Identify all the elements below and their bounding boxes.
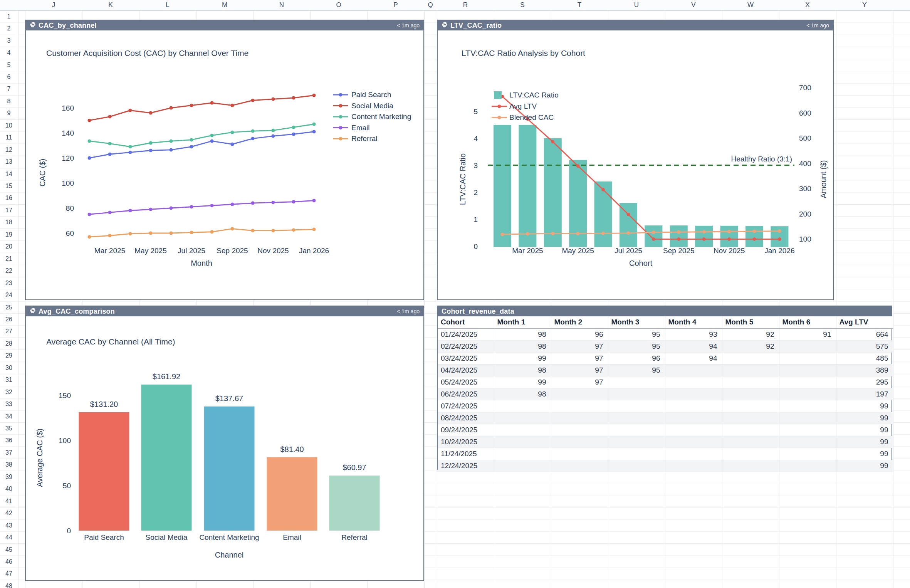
value-cell[interactable] — [779, 365, 836, 376]
row-header-8[interactable]: 8 — [1, 98, 17, 105]
value-cell[interactable]: 485 — [836, 353, 893, 365]
column-header-U[interactable]: U — [634, 1, 639, 9]
row-header-46[interactable]: 46 — [1, 558, 17, 565]
column-header-Y[interactable]: Y — [862, 1, 866, 9]
column-header-S[interactable]: S — [520, 1, 524, 9]
value-cell[interactable] — [665, 448, 722, 460]
value-cell[interactable]: 92 — [722, 341, 779, 353]
row-header-25[interactable]: 25 — [1, 304, 17, 311]
value-cell[interactable] — [551, 400, 608, 412]
table-row[interactable]: 10/24/202599 — [438, 436, 893, 448]
value-cell[interactable]: 95 — [608, 341, 665, 353]
row-header-26[interactable]: 26 — [1, 316, 17, 323]
table-row[interactable]: 05/24/20259997295 — [438, 376, 893, 388]
value-cell[interactable] — [779, 448, 836, 460]
value-cell[interactable] — [494, 436, 551, 448]
value-cell[interactable] — [665, 400, 722, 412]
value-cell[interactable]: 197 — [836, 388, 893, 400]
row-header-48[interactable]: 48 — [1, 583, 17, 588]
value-cell[interactable] — [551, 412, 608, 424]
value-cell[interactable] — [665, 460, 722, 472]
value-cell[interactable] — [551, 388, 608, 400]
value-cell[interactable] — [779, 388, 836, 400]
value-cell[interactable] — [665, 376, 722, 388]
row-header-33[interactable]: 33 — [1, 401, 17, 408]
panel-header-ltv-cac-ratio[interactable]: LTV_CAC_ratio < 1m ago — [438, 20, 833, 30]
row-header-34[interactable]: 34 — [1, 413, 17, 420]
table-row[interactable]: 01/24/2025989695939291664 — [438, 328, 893, 341]
value-cell[interactable] — [779, 400, 836, 412]
value-cell[interactable] — [722, 353, 779, 365]
value-cell[interactable] — [494, 424, 551, 436]
row-header-36[interactable]: 36 — [1, 437, 17, 444]
value-cell[interactable] — [722, 376, 779, 388]
value-cell[interactable]: 575 — [836, 341, 893, 353]
value-cell[interactable]: 91 — [779, 328, 836, 341]
value-cell[interactable] — [608, 448, 665, 460]
panel-cac-by-channel[interactable]: CAC_by_channel < 1m ago Customer Acquisi… — [25, 20, 424, 300]
row-header-1[interactable]: 1 — [1, 13, 17, 20]
table-row[interactable]: 07/24/202599 — [438, 400, 893, 412]
column-header-R[interactable]: R — [463, 1, 468, 9]
column-header-T[interactable]: T — [578, 1, 581, 9]
row-header-9[interactable]: 9 — [1, 110, 17, 117]
row-header-15[interactable]: 15 — [1, 183, 17, 190]
table-column-header[interactable]: Month 2 — [551, 316, 608, 328]
table-row[interactable]: 12/24/202599 — [438, 460, 893, 472]
value-cell[interactable]: 99 — [494, 376, 551, 388]
value-cell[interactable] — [665, 388, 722, 400]
cohort-date-cell[interactable]: 04/24/2025 — [438, 365, 494, 376]
cohort-date-cell[interactable]: 05/24/2025 — [438, 376, 494, 388]
row-header-14[interactable]: 14 — [1, 171, 17, 178]
cac-line-chart[interactable]: Customer Acquisition Cost (CAC) by Chann… — [26, 30, 423, 299]
value-cell[interactable] — [722, 365, 779, 376]
panel-cohort-revenue-data[interactable]: Cohort_revenue_data CohortMonth 1Month 2… — [437, 306, 892, 470]
column-header-P[interactable]: P — [393, 1, 398, 9]
panel-header-cac-by-channel[interactable]: CAC_by_channel < 1m ago — [26, 20, 423, 30]
row-header-20[interactable]: 20 — [1, 243, 17, 250]
column-header-L[interactable]: L — [166, 1, 169, 9]
value-cell[interactable] — [665, 412, 722, 424]
value-cell[interactable]: 99 — [836, 412, 893, 424]
value-cell[interactable] — [551, 460, 608, 472]
cohort-revenue-table[interactable]: CohortMonth 1Month 2Month 3Month 4Month … — [438, 316, 893, 472]
value-cell[interactable] — [722, 400, 779, 412]
table-row[interactable]: 08/24/202599 — [438, 412, 893, 424]
table-column-header[interactable]: Month 3 — [608, 316, 665, 328]
cohort-date-cell[interactable]: 01/24/2025 — [438, 328, 494, 341]
value-cell[interactable]: 97 — [551, 353, 608, 365]
row-header-24[interactable]: 24 — [1, 292, 17, 299]
column-header-V[interactable]: V — [691, 1, 695, 9]
value-cell[interactable]: 99 — [836, 424, 893, 436]
row-header-19[interactable]: 19 — [1, 231, 17, 238]
cohort-date-cell[interactable]: 08/24/2025 — [438, 412, 494, 424]
row-header-22[interactable]: 22 — [1, 267, 17, 274]
column-header-M[interactable]: M — [222, 1, 227, 9]
row-header-45[interactable]: 45 — [1, 546, 17, 553]
value-cell[interactable] — [665, 436, 722, 448]
value-cell[interactable]: 97 — [551, 341, 608, 353]
value-cell[interactable]: 99 — [836, 460, 893, 472]
column-header-J[interactable]: J — [52, 1, 55, 9]
table-column-header[interactable]: Cohort — [438, 316, 494, 328]
value-cell[interactable] — [494, 460, 551, 472]
table-column-header[interactable]: Avg LTV — [836, 316, 893, 328]
row-header-6[interactable]: 6 — [1, 74, 17, 81]
row-header-44[interactable]: 44 — [1, 534, 17, 541]
row-header-35[interactable]: 35 — [1, 425, 17, 432]
row-header-11[interactable]: 11 — [1, 134, 17, 141]
cohort-date-cell[interactable]: 03/24/2025 — [438, 353, 494, 365]
table-row[interactable]: 04/24/2025989795389 — [438, 365, 893, 376]
value-cell[interactable] — [608, 400, 665, 412]
value-cell[interactable] — [551, 448, 608, 460]
value-cell[interactable]: 664 — [836, 328, 893, 341]
row-header-29[interactable]: 29 — [1, 352, 17, 359]
table-row[interactable]: 02/24/20259897959492575 — [438, 341, 893, 353]
row-header-21[interactable]: 21 — [1, 255, 17, 262]
value-cell[interactable] — [665, 365, 722, 376]
value-cell[interactable] — [722, 448, 779, 460]
column-header-O[interactable]: O — [336, 1, 341, 9]
value-cell[interactable]: 295 — [836, 376, 893, 388]
value-cell[interactable]: 389 — [836, 365, 893, 376]
value-cell[interactable]: 99 — [836, 448, 893, 460]
